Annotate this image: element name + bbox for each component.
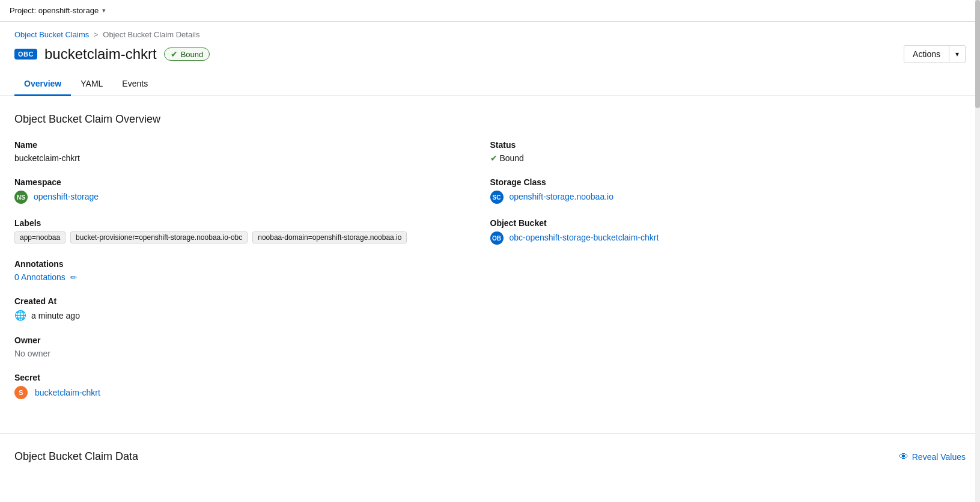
breadcrumb-current: Object Bucket Claim Details	[103, 30, 199, 39]
labels-tags: app=noobaa bucket-provisioner=openshift-…	[14, 231, 490, 243]
status-value: ✔ Bound	[490, 153, 966, 163]
tab-events[interactable]: Events	[112, 73, 157, 96]
project-selector[interactable]: Project: openshift-storage ▾	[10, 6, 106, 15]
secret-label: Secret	[14, 373, 490, 382]
project-chevron-icon: ▾	[102, 7, 106, 14]
project-label: Project: openshift-storage	[10, 6, 99, 15]
overview-section-title: Object Bucket Claim Overview	[14, 113, 966, 126]
page-header: OBC bucketclaim-chkrt ✔ Bound Actions ▾	[0, 39, 980, 63]
reveal-values-button[interactable]: 👁 Reveal Values	[899, 451, 966, 462]
secret-row: S bucketclaim-chkrt	[14, 386, 490, 399]
detail-empty-right-created	[490, 296, 966, 335]
created-at-row: 🌐 a minute ago	[14, 310, 490, 321]
page-title-area: OBC bucketclaim-chkrt ✔ Bound	[14, 46, 210, 63]
detail-labels: Labels app=noobaa bucket-provisioner=ope…	[14, 218, 490, 259]
detail-namespace: Namespace NS openshift-storage	[14, 177, 490, 218]
storage-class-link[interactable]: openshift-storage.noobaa.io	[509, 192, 613, 201]
actions-button[interactable]: Actions ▾	[904, 45, 966, 63]
owner-value: No owner	[14, 349, 490, 358]
bound-status-badge: ✔ Bound	[164, 47, 210, 61]
actions-button-label: Actions	[904, 46, 949, 63]
page-content: Object Bucket Claims > Object Bucket Cla…	[0, 22, 980, 502]
eye-icon: 👁	[899, 451, 908, 462]
object-bucket-label: Object Bucket	[490, 218, 966, 228]
breadcrumb: Object Bucket Claims > Object Bucket Cla…	[0, 22, 980, 39]
details-grid: Name bucketclaim-chkrt Status ✔ Bound Na…	[14, 140, 966, 414]
bound-label: Bound	[181, 50, 204, 59]
scrollbar-thumb[interactable]	[975, 0, 980, 108]
detail-object-bucket: Object Bucket OB obc-openshift-storage-b…	[490, 218, 966, 259]
namespace-badge: NS	[14, 191, 28, 204]
annotations-row: 0 Annotations ✏	[14, 272, 490, 282]
detail-annotations: Annotations 0 Annotations ✏	[14, 259, 490, 296]
name-label: Name	[14, 140, 490, 150]
label-tag-2: bucket-provisioner=openshift-storage.noo…	[70, 231, 248, 243]
namespace-link[interactable]: openshift-storage	[34, 192, 99, 201]
annotations-edit-icon[interactable]: ✏	[70, 273, 77, 282]
reveal-values-label: Reveal Values	[912, 452, 966, 462]
object-bucket-badge: OB	[490, 231, 504, 245]
detail-status: Status ✔ Bound	[490, 140, 966, 177]
created-at-label: Created At	[14, 296, 490, 306]
section-divider	[0, 433, 980, 433]
object-bucket-link[interactable]: obc-openshift-storage-bucketclaim-chkrt	[509, 233, 659, 242]
status-label: Status	[490, 140, 966, 150]
tab-yaml[interactable]: YAML	[71, 73, 112, 96]
tab-overview[interactable]: Overview	[14, 73, 71, 96]
secret-link[interactable]: bucketclaim-chkrt	[35, 388, 100, 397]
detail-created-at: Created At 🌐 a minute ago	[14, 296, 490, 335]
page-title: bucketclaim-chkrt	[44, 46, 157, 63]
secret-badge: S	[14, 386, 28, 399]
detail-owner: Owner No owner	[14, 335, 490, 373]
annotations-label: Annotations	[14, 259, 490, 269]
top-bar: Project: openshift-storage ▾	[0, 0, 980, 22]
annotations-link[interactable]: 0 Annotations	[14, 272, 65, 282]
breadcrumb-separator: >	[94, 31, 98, 39]
storage-class-badge: SC	[490, 191, 504, 204]
status-text: Bound	[499, 153, 523, 163]
data-section-title: Object Bucket Claim Data	[14, 450, 138, 463]
detail-storage-class: Storage Class SC openshift-storage.nooba…	[490, 177, 966, 218]
obc-type-badge: OBC	[14, 49, 37, 60]
storage-class-value: SC openshift-storage.noobaa.io	[490, 191, 966, 204]
object-bucket-value: OB obc-openshift-storage-bucketclaim-chk…	[490, 231, 966, 245]
name-value: bucketclaim-chkrt	[14, 153, 490, 163]
detail-empty-right-annotations	[490, 259, 966, 296]
data-section: Object Bucket Claim Data 👁 Reveal Values	[0, 436, 980, 477]
globe-icon: 🌐	[14, 310, 26, 321]
label-tag-1: app=noobaa	[14, 231, 65, 243]
detail-secret: Secret S bucketclaim-chkrt	[14, 373, 490, 414]
label-tag-3: noobaa-domain=openshift-storage.noobaa.i…	[252, 231, 407, 243]
detail-name: Name bucketclaim-chkrt	[14, 140, 490, 177]
status-check-icon: ✔	[490, 153, 498, 163]
bound-check-icon: ✔	[171, 49, 178, 59]
detail-empty-right-owner	[490, 335, 966, 373]
tabs-bar: Overview YAML Events	[0, 73, 980, 96]
namespace-value: NS openshift-storage	[14, 191, 490, 204]
breadcrumb-parent-link[interactable]: Object Bucket Claims	[14, 30, 89, 39]
storage-class-label: Storage Class	[490, 177, 966, 187]
created-at-value: a minute ago	[31, 311, 80, 320]
actions-dropdown-arrow-icon[interactable]: ▾	[949, 46, 965, 62]
owner-label: Owner	[14, 335, 490, 345]
overview-body: Object Bucket Claim Overview Name bucket…	[0, 96, 980, 430]
scrollbar[interactable]	[975, 0, 980, 502]
namespace-label: Namespace	[14, 177, 490, 187]
labels-label: Labels	[14, 218, 490, 228]
